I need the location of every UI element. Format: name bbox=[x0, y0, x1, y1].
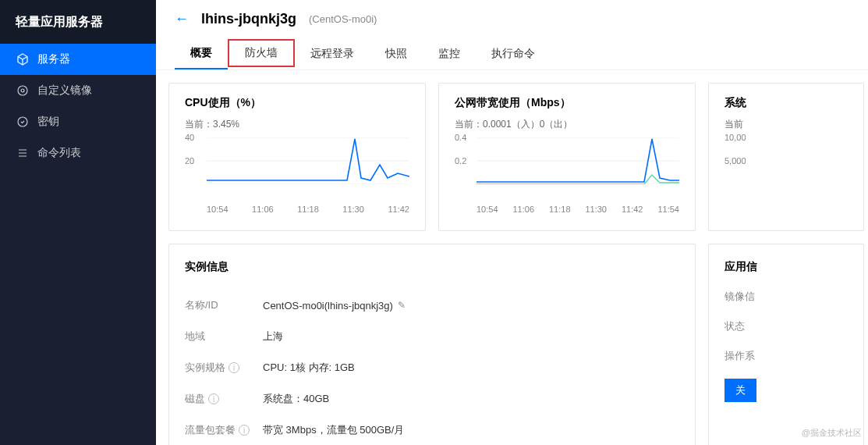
info-label-spec-text: 实例规格 bbox=[185, 361, 225, 375]
help-icon[interactable]: i bbox=[239, 425, 250, 436]
sidebar-item-label: 命令列表 bbox=[37, 146, 81, 160]
main-content: ← lhins-jbqnkj3g (CentOS-mo0i) 概要 防火墙 远程… bbox=[156, 0, 868, 445]
app-info-os-label: 操作系 bbox=[725, 349, 863, 363]
app-info-status-label: 状态 bbox=[725, 319, 863, 333]
tab-snapshot[interactable]: 快照 bbox=[370, 38, 423, 69]
info-value-spec: CPU: 1核 内存: 1GB bbox=[263, 361, 355, 375]
info-value-name: CentOS-mo0i(lhins-jbqnkj3g) ✎ bbox=[263, 300, 406, 312]
bandwidth-chart-current: 当前：0.0001（入）0（出） bbox=[455, 118, 679, 131]
page-header: ← lhins-jbqnkj3g (CentOS-mo0i) bbox=[156, 0, 868, 37]
svg-point-1 bbox=[21, 89, 24, 92]
list-icon bbox=[16, 147, 30, 159]
sys-ytick-1: 10,00 bbox=[725, 133, 746, 142]
key-icon bbox=[16, 116, 30, 128]
cpu-x-2: 11:18 bbox=[297, 205, 319, 214]
cpu-chart-title: CPU使用（%） bbox=[185, 96, 409, 110]
sidebar-item-commands[interactable]: 命令列表 bbox=[0, 137, 156, 169]
svg-point-0 bbox=[18, 86, 27, 95]
sidebar-title: 轻量应用服务器 bbox=[0, 0, 156, 44]
bw-x-3: 11:30 bbox=[585, 205, 607, 214]
cpu-xlabels: 10:54 11:06 11:18 11:30 11:42 bbox=[207, 205, 409, 214]
back-arrow-icon[interactable]: ← bbox=[175, 11, 189, 27]
charts-row: CPU使用（%） 当前：3.45% 40 20 10:54 11:06 11:1… bbox=[168, 83, 868, 231]
cpu-chart-current: 当前：3.45% bbox=[185, 118, 409, 131]
content-area: CPU使用（%） 当前：3.45% 40 20 10:54 11:06 11:1… bbox=[156, 70, 868, 445]
info-value-region: 上海 bbox=[263, 329, 283, 344]
info-value-name-text: CentOS-mo0i(lhins-jbqnkj3g) bbox=[263, 300, 393, 312]
action-button[interactable]: 关 bbox=[725, 379, 756, 402]
sidebar: 轻量应用服务器 服务器 自定义镜像 密钥 命令列表 bbox=[0, 0, 156, 445]
cpu-x-1: 11:06 bbox=[252, 205, 274, 214]
app-info-title: 应用信 bbox=[725, 260, 863, 274]
cpu-chart-card: CPU使用（%） 当前：3.45% 40 20 10:54 11:06 11:1… bbox=[168, 83, 426, 231]
info-label-disk-text: 磁盘 bbox=[185, 392, 205, 406]
watermark: @掘金技术社区 bbox=[802, 427, 862, 439]
system-chart-current: 当前 bbox=[725, 118, 863, 131]
gear-icon bbox=[16, 84, 30, 97]
bw-x-2: 11:18 bbox=[549, 205, 571, 214]
app-info-os: 操作系 bbox=[725, 349, 863, 363]
instance-info-title: 实例信息 bbox=[185, 260, 679, 274]
sidebar-item-keys[interactable]: 密钥 bbox=[0, 106, 156, 137]
info-row-region: 地域 上海 bbox=[185, 321, 679, 352]
cpu-ytick-40: 40 bbox=[185, 133, 194, 142]
info-row-bundle: 流量包套餐 i 带宽 3Mbps，流量包 500GB/月 bbox=[185, 415, 679, 445]
bw-xlabels: 10:54 11:06 11:18 11:30 11:42 11:54 bbox=[477, 205, 679, 214]
app-info-image: 镜像信 bbox=[725, 290, 863, 304]
system-chart-card: 系统 当前 10,00 5,000 bbox=[708, 83, 864, 231]
tab-exec[interactable]: 执行命令 bbox=[476, 38, 551, 69]
help-icon[interactable]: i bbox=[208, 393, 219, 404]
bw-x-1: 11:06 bbox=[512, 205, 534, 214]
edit-icon[interactable]: ✎ bbox=[398, 300, 406, 311]
info-value-disk: 系统盘：40GB bbox=[263, 392, 329, 406]
instance-info-card: 实例信息 名称/ID CentOS-mo0i(lhins-jbqnkj3g) ✎… bbox=[168, 244, 696, 445]
tab-monitor[interactable]: 监控 bbox=[423, 38, 476, 69]
tab-remote-login[interactable]: 远程登录 bbox=[295, 38, 370, 69]
cpu-chart: 40 20 10:54 11:06 11:18 11:30 11:42 bbox=[185, 137, 409, 200]
sidebar-item-label: 密钥 bbox=[37, 115, 59, 129]
bandwidth-chart-card: 公网带宽使用（Mbps） 当前：0.0001（入）0（出） 0.4 0.2 10… bbox=[438, 83, 696, 231]
info-label-spec: 实例规格 i bbox=[185, 361, 263, 375]
info-row: 实例信息 名称/ID CentOS-mo0i(lhins-jbqnkj3g) ✎… bbox=[168, 244, 868, 445]
sidebar-item-images[interactable]: 自定义镜像 bbox=[0, 75, 156, 106]
svg-point-2 bbox=[18, 117, 27, 126]
info-row-name: 名称/ID CentOS-mo0i(lhins-jbqnkj3g) ✎ bbox=[185, 290, 679, 321]
app-info-card: 应用信 镜像信 状态 操作系 关 bbox=[708, 244, 864, 445]
app-info-status: 状态 bbox=[725, 319, 863, 333]
bandwidth-chart: 0.4 0.2 10:54 11:06 11:18 11:30 bbox=[455, 137, 679, 200]
bw-x-0: 10:54 bbox=[477, 205, 498, 214]
tab-firewall[interactable]: 防火墙 bbox=[228, 39, 295, 67]
tab-overview[interactable]: 概要 bbox=[175, 38, 228, 69]
info-label-bundle: 流量包套餐 i bbox=[185, 423, 263, 437]
info-label-name: 名称/ID bbox=[185, 298, 263, 312]
info-label-disk: 磁盘 i bbox=[185, 392, 263, 406]
sidebar-item-servers[interactable]: 服务器 bbox=[0, 44, 156, 75]
cpu-chart-svg bbox=[207, 137, 409, 184]
cpu-x-3: 11:30 bbox=[342, 205, 364, 214]
info-row-spec: 实例规格 i CPU: 1核 内存: 1GB bbox=[185, 352, 679, 383]
page-subtitle: (CentOS-mo0i) bbox=[309, 13, 377, 25]
sys-ytick-2: 5,000 bbox=[725, 156, 746, 166]
sidebar-item-label: 自定义镜像 bbox=[37, 84, 92, 98]
system-chart-title: 系统 bbox=[725, 96, 863, 110]
bw-x-4: 11:42 bbox=[622, 205, 643, 214]
info-row-disk: 磁盘 i 系统盘：40GB bbox=[185, 383, 679, 415]
cube-icon bbox=[16, 53, 30, 66]
bw-ytick-04: 0.4 bbox=[455, 133, 466, 142]
app-info-image-label: 镜像信 bbox=[725, 290, 863, 304]
info-label-bundle-text: 流量包套餐 bbox=[185, 423, 236, 437]
sidebar-item-label: 服务器 bbox=[37, 52, 70, 66]
tabs: 概要 防火墙 远程登录 快照 监控 执行命令 bbox=[156, 37, 868, 70]
bw-x-5: 11:54 bbox=[657, 205, 679, 214]
bandwidth-chart-title: 公网带宽使用（Mbps） bbox=[455, 96, 679, 110]
cpu-ytick-20: 20 bbox=[185, 156, 194, 166]
bw-ytick-02: 0.2 bbox=[455, 156, 466, 166]
info-label-region: 地域 bbox=[185, 329, 263, 344]
cpu-x-0: 10:54 bbox=[207, 205, 229, 214]
system-chart: 10,00 5,000 bbox=[725, 137, 756, 200]
help-icon[interactable]: i bbox=[229, 362, 239, 373]
page-title: lhins-jbqnkj3g bbox=[201, 11, 296, 27]
cpu-x-4: 11:42 bbox=[388, 205, 409, 214]
bandwidth-chart-svg bbox=[477, 137, 679, 184]
info-value-bundle: 带宽 3Mbps，流量包 500GB/月 bbox=[263, 423, 404, 437]
